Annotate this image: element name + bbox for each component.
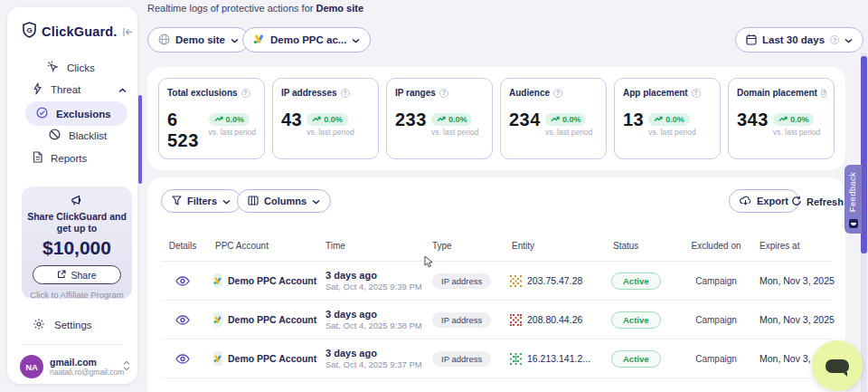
details-eye-button[interactable]	[161, 276, 204, 286]
globe-icon	[158, 33, 170, 47]
site-filter-value: Demo site	[175, 34, 225, 45]
account-name: Demo PPC Account	[228, 353, 316, 364]
sidebar-item-clicks[interactable]: Clicks	[47, 61, 95, 74]
sidebar-item-blacklist[interactable]: Blacklist	[49, 129, 107, 142]
time-cell: 3 days ago Sat, Oct 4, 2025 9:38 PM	[315, 309, 421, 330]
entity-value: 208.80.44.26	[527, 314, 582, 325]
chevron-down-icon	[222, 196, 231, 206]
promo-text-line2: get up to	[22, 223, 132, 234]
refresh-button[interactable]: Refresh	[791, 196, 844, 208]
funnel-icon	[172, 196, 182, 207]
stat-value: 43	[281, 110, 302, 130]
stat-label: Domain placement	[737, 88, 817, 98]
sidebar-item-settings[interactable]: Settings	[33, 318, 92, 332]
sidebar-divider	[22, 344, 123, 345]
affiliate-link[interactable]: Click to Affiliate Program	[22, 290, 132, 300]
status-cell: Active	[597, 350, 684, 368]
time-absolute: Sat, Oct 4, 2025 9:38 PM	[326, 320, 421, 330]
trend-up-icon	[214, 116, 223, 122]
stat-label: Audience	[509, 88, 550, 98]
stat-card-total-exclusions: Total exclusions 6 523 0.0% vs. last per…	[158, 78, 265, 159]
stat-label: IP ranges	[395, 88, 436, 98]
stat-period: vs. last period	[209, 128, 256, 137]
chat-bubble-icon	[826, 359, 849, 373]
google-ads-icon	[213, 351, 222, 366]
ppc-account-cell: Demo PPC Account	[204, 312, 315, 327]
stat-value: 343	[737, 110, 769, 130]
trend-up-icon	[778, 116, 788, 122]
sidebar-item-exclusions[interactable]: Exclusions	[25, 101, 127, 126]
sidebar-item-reports[interactable]: Reports	[33, 151, 87, 165]
entity-cell: 208.80.44.26	[497, 314, 597, 326]
stat-value: 13	[623, 110, 644, 130]
filters-button-label: Filters	[187, 196, 217, 206]
affiliate-promo-card[interactable]: Share ClickGuard and get up to $10,000 S…	[22, 186, 132, 299]
google-ads-icon	[213, 273, 222, 288]
chevron-down-icon	[312, 196, 320, 206]
details-eye-button[interactable]	[161, 354, 204, 364]
site-filter-dropdown[interactable]: Demo site	[147, 27, 250, 53]
chevron-down-icon	[231, 34, 239, 45]
gear-icon	[33, 318, 45, 332]
account-switcher[interactable]: NA gmail.com naatali.ro@gmail.com	[20, 355, 130, 378]
type-badge: IP address	[432, 351, 491, 367]
subtitle-text: Realtime logs of protective actions for	[147, 3, 316, 14]
feedback-tab[interactable]: Feedback	[844, 165, 862, 234]
excluded-on-cell: Campaign	[684, 315, 749, 325]
table-row[interactable]: Demo PPC Account 3 days ago Sat, Oct 4, …	[161, 339, 832, 378]
stat-value: 6 523	[167, 110, 204, 151]
account-email: naatali.ro@gmail.com	[50, 368, 117, 377]
svg-text:G: G	[26, 26, 32, 34]
delta-badge: 0.0%	[773, 113, 815, 126]
stat-period: vs. last period	[431, 128, 478, 137]
delta-badge: 0.0%	[431, 113, 473, 126]
expires-at-cell: Mon, Nov 3, 2025	[749, 314, 832, 325]
time-cell: 3 days ago Sat, Oct 4, 2025 9:37 PM	[315, 348, 421, 369]
date-range-dropdown[interactable]: Last 30 days	[735, 27, 863, 53]
type-cell: IP address	[421, 351, 497, 367]
details-eye-button[interactable]	[161, 315, 204, 325]
sidebar-item-label: Blacklist	[69, 130, 107, 141]
table-row[interactable]: Demo PPC Account 3 days ago Sat, Oct 4, …	[161, 301, 832, 339]
ppc-account-cell: Demo PPC Account	[204, 351, 315, 366]
type-badge: IP address	[432, 273, 491, 289]
type-cell: IP address	[421, 312, 497, 328]
sidebar-item-threat[interactable]: Threat	[33, 82, 127, 97]
entity-cell: 16.213.141.2...	[497, 353, 597, 365]
ppc-account-filter-dropdown[interactable]: Demo PPC ac...	[242, 27, 371, 53]
trend-up-icon	[437, 116, 446, 122]
col-header-time: Time	[315, 241, 421, 251]
col-header-details: Details	[161, 241, 204, 252]
clicks-icon	[47, 61, 59, 74]
share-button[interactable]: Share	[33, 265, 121, 284]
file-icon	[33, 151, 42, 165]
expires-at-cell: Mon, Nov 3, 2025	[749, 275, 832, 286]
time-relative: 3 days ago	[326, 348, 421, 359]
entity-identicon	[510, 353, 522, 365]
google-ads-icon	[213, 312, 222, 327]
external-link-icon	[57, 270, 66, 281]
entity-cell: 203.75.47.28	[497, 275, 597, 287]
export-button[interactable]: Export	[729, 189, 799, 213]
refresh-icon	[791, 196, 802, 208]
stat-label: App placement	[623, 88, 688, 98]
filters-button[interactable]: Filters	[161, 189, 241, 213]
trend-up-icon	[551, 116, 560, 122]
account-name: Demo PPC Account	[228, 314, 316, 325]
excluded-on-cell: Campaign	[684, 276, 749, 286]
chevron-down-icon	[844, 34, 853, 45]
time-relative: 3 days ago	[326, 309, 421, 320]
sidebar-scrollbar[interactable]	[138, 95, 142, 184]
sidebar-item-label: Reports	[51, 153, 87, 164]
help-icon	[692, 89, 701, 98]
chat-launcher-button[interactable]	[812, 340, 863, 391]
eye-icon	[175, 276, 190, 286]
feedback-face-icon	[849, 219, 858, 228]
page-scrollbar-thumb[interactable]	[861, 56, 867, 253]
sidebar-collapse-icon[interactable]	[122, 27, 134, 37]
columns-button[interactable]: Columns	[237, 189, 331, 213]
table-row[interactable]: Demo PPC Account 3 days ago Sat, Oct 4, …	[161, 262, 832, 301]
sidebar-item-label: Settings	[54, 320, 92, 330]
trend-up-icon	[312, 116, 321, 122]
eye-icon	[175, 315, 190, 325]
